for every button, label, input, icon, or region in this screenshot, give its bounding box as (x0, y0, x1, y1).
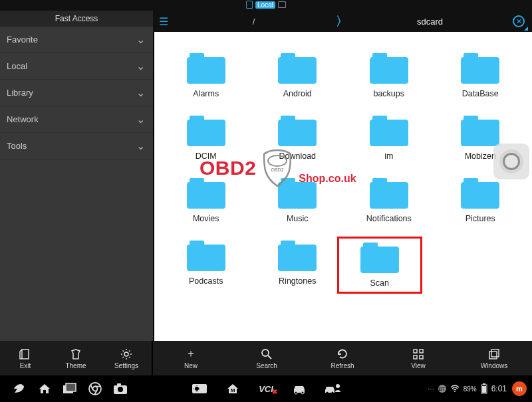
folder-database[interactable]: DataBase (438, 53, 523, 98)
view-button[interactable]: View (380, 341, 456, 375)
chevron-down-icon (136, 33, 145, 46)
folder-notifications[interactable]: Notifications (346, 178, 432, 223)
windows-button[interactable]: Windows (456, 341, 532, 375)
folder-ringtones[interactable]: Ringtones (255, 241, 340, 290)
menu-icon[interactable]: ☰ (153, 15, 174, 28)
new-button[interactable]: ＋ New (153, 341, 229, 375)
folder-label: Movies (193, 214, 219, 223)
folder-download[interactable]: Download (255, 116, 340, 161)
grid-icon (412, 348, 424, 361)
theme-button[interactable]: Theme (51, 341, 101, 375)
chevron-down-icon (136, 86, 145, 99)
storage-local-label: Local (255, 1, 275, 9)
svg-point-25 (295, 391, 297, 394)
svg-point-27 (327, 392, 329, 394)
refresh-icon (336, 348, 348, 361)
toolbar-label: Settings (114, 362, 138, 369)
folder-android[interactable]: Android (255, 53, 340, 98)
sidebar-item-tools[interactable]: Tools (0, 133, 153, 159)
recent-icon[interactable] (61, 380, 78, 397)
m-icon[interactable]: M (224, 380, 241, 397)
folder-podcasts[interactable]: Podcasts (164, 241, 249, 290)
toolbar-label: New (184, 362, 198, 369)
folder-icon (370, 178, 408, 209)
exit-button[interactable]: Exit (0, 341, 51, 375)
sidebar-item-label: Favorite (7, 35, 38, 45)
storage-badge: Local (246, 1, 286, 9)
breadcrumb: ☰ / 〉 sdcard ✕ (153, 11, 532, 32)
folder-icon (187, 241, 225, 271)
svg-point-23 (195, 387, 199, 391)
wifi-percent: 89% (464, 385, 477, 393)
sidebar-item-library[interactable]: Library (0, 80, 153, 106)
svg-rect-13 (66, 383, 76, 391)
exit-icon (19, 348, 31, 361)
folder-label: Alarms (193, 89, 219, 98)
folder-alarms[interactable]: Alarms (164, 53, 249, 98)
plus-icon: ＋ (186, 348, 196, 361)
folder-movies[interactable]: Movies (164, 178, 249, 223)
folder-icon (370, 116, 408, 146)
windows-icon (488, 348, 500, 361)
toolbar-label: Exit (20, 362, 31, 369)
sidebar-item-network[interactable]: Network (0, 106, 153, 133)
folder-label: Podcasts (189, 276, 223, 286)
folder-label: DataBase (462, 89, 499, 98)
svg-rect-10 (489, 352, 497, 359)
sd-icon (246, 1, 253, 9)
folder-im[interactable]: im (346, 116, 432, 161)
chevron-down-icon (136, 113, 145, 126)
car-icon[interactable] (291, 380, 308, 397)
battery-icon (481, 383, 487, 394)
toolbar-label: Theme (65, 362, 86, 369)
folder-label: DCIM (196, 151, 217, 161)
app-badge-icon[interactable]: m (512, 381, 527, 396)
search-button[interactable]: Search (229, 341, 305, 375)
folder-music[interactable]: Music (255, 178, 340, 223)
breadcrumb-root[interactable]: / (174, 17, 333, 27)
folder-label: im (384, 151, 393, 161)
home-icon[interactable] (36, 380, 53, 397)
camera-icon[interactable] (112, 380, 129, 397)
chevron-down-icon (136, 140, 145, 152)
folder-label: Music (287, 214, 309, 223)
svg-rect-32 (483, 383, 485, 385)
assistive-touch-button[interactable] (493, 144, 529, 179)
vci-icon[interactable]: VCI✖ (257, 380, 275, 397)
sidebar-title: Fast Access (0, 11, 153, 27)
sidebar-item-label: Local (7, 61, 27, 71)
folder-pictures[interactable]: Pictures (438, 178, 523, 223)
car-people-icon[interactable] (324, 380, 341, 397)
settings-button[interactable]: Settings (101, 341, 153, 375)
folder-label: Notifications (366, 214, 412, 223)
brightness-icon[interactable] (191, 380, 208, 397)
refresh-button[interactable]: Refresh (305, 341, 380, 375)
folder-dcim[interactable]: DCIM (164, 116, 249, 161)
theme-icon (70, 348, 82, 361)
system-navbar: M VCI✖ ⋯ BT 89% 6:01 m (0, 375, 532, 402)
svg-line-5 (268, 355, 271, 359)
folder-icon (360, 243, 399, 273)
sidebar-item-label: Tools (7, 141, 27, 151)
svg-point-4 (262, 350, 269, 356)
dots-icon: ⋯ (428, 385, 434, 393)
svg-rect-33 (482, 386, 486, 393)
folder-icon (370, 53, 408, 84)
toolbar-label: View (411, 362, 426, 369)
back-icon[interactable] (11, 380, 28, 397)
settings-icon (120, 348, 132, 361)
search-icon (261, 348, 273, 361)
folder-icon (278, 178, 317, 209)
sidebar-item-favorite[interactable]: Favorite (0, 27, 153, 53)
toolbar-label: Search (256, 362, 277, 369)
breadcrumb-current[interactable]: sdcard (350, 17, 509, 27)
folder-label: Pictures (466, 214, 495, 223)
folder-backups[interactable]: backups (346, 53, 432, 98)
folder-scan[interactable]: Scan (337, 237, 422, 294)
folder-icon (278, 241, 317, 271)
folder-label: Ringtones (279, 276, 316, 286)
chrome-icon[interactable] (86, 380, 104, 397)
sidebar-item-local[interactable]: Local (0, 53, 153, 80)
sidebar-item-label: Network (7, 114, 39, 124)
sidebar-item-label: Library (7, 88, 33, 98)
